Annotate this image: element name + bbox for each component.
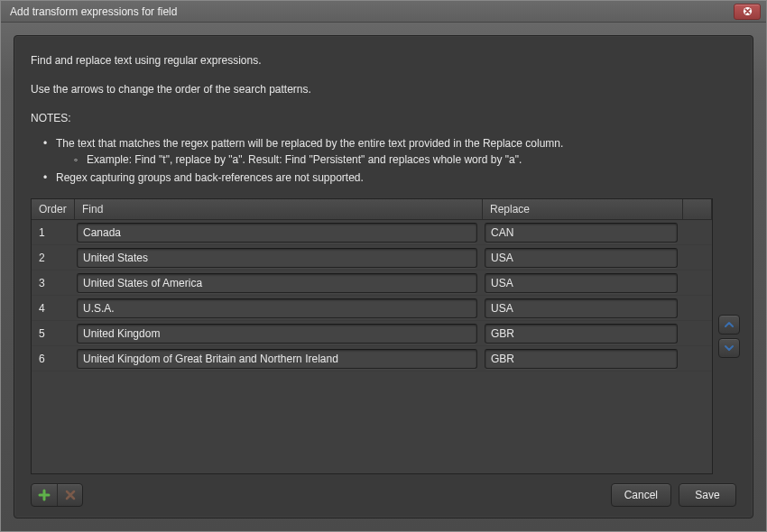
move-down-button[interactable] <box>718 338 740 358</box>
find-input[interactable] <box>77 248 477 268</box>
cell-find <box>75 246 483 270</box>
cell-replace <box>483 297 683 320</box>
grid-body: 123456 <box>32 220 712 473</box>
chevron-up-icon <box>724 320 735 329</box>
dialog-buttons: Cancel Save <box>611 483 736 507</box>
cell-order: 6 <box>32 353 75 365</box>
delete-icon <box>65 490 76 500</box>
content-area: Find and replace text using regular expr… <box>1 23 766 531</box>
col-header-order[interactable]: Order <box>32 199 75 219</box>
cell-find <box>75 297 483 320</box>
table-row[interactable]: 4 <box>32 296 712 321</box>
replace-input[interactable] <box>485 298 678 318</box>
grid-header: Order Find Replace <box>32 199 712 220</box>
cell-replace <box>483 246 683 270</box>
note-2: Regex capturing groups and back-referenc… <box>47 170 736 186</box>
find-input[interactable] <box>77 273 477 293</box>
close-icon <box>743 6 753 16</box>
cell-find <box>75 347 483 371</box>
cell-replace <box>483 271 683 295</box>
find-input[interactable] <box>77 349 477 369</box>
cell-order: 5 <box>32 327 75 340</box>
chevron-down-icon <box>724 344 735 353</box>
desc-line-2: Use the arrows to change the order of th… <box>31 81 736 97</box>
cell-order: 4 <box>32 302 75 315</box>
reorder-controls <box>718 198 740 474</box>
note-1: The text that matches the regex pattern … <box>47 135 736 168</box>
cancel-button[interactable]: Cancel <box>611 483 671 507</box>
description-block: Find and replace text using regular expr… <box>31 52 736 198</box>
titlebar: Add transform expressions for field <box>1 1 766 23</box>
cell-replace <box>483 322 683 345</box>
expressions-grid: Order Find Replace 123456 <box>31 198 713 474</box>
table-row[interactable]: 6 <box>32 346 712 371</box>
cell-find <box>75 271 483 295</box>
table-row[interactable]: 2 <box>32 245 712 271</box>
col-header-replace[interactable]: Replace <box>483 199 683 219</box>
cell-find <box>75 221 483 244</box>
replace-input[interactable] <box>485 223 678 243</box>
desc-line-1: Find and replace text using regular expr… <box>31 52 736 69</box>
dialog-window: Add transform expressions for field Find… <box>0 0 767 532</box>
footer: Cancel Save <box>31 474 736 507</box>
note-1-example: Example: Find "t", replace by "a". Resul… <box>78 151 736 168</box>
cell-order: 2 <box>32 252 75 264</box>
col-header-spacer <box>683 199 712 219</box>
table-row[interactable]: 3 <box>32 271 712 296</box>
add-row-button[interactable] <box>32 484 57 506</box>
table-row[interactable]: 5 <box>32 321 712 346</box>
find-input[interactable] <box>77 223 477 243</box>
replace-input[interactable] <box>485 273 678 293</box>
grid-wrap: Order Find Replace 123456 <box>31 198 736 474</box>
note-1-text: The text that matches the regex pattern … <box>56 137 563 150</box>
move-up-button[interactable] <box>718 315 740 335</box>
cell-order: 3 <box>32 277 75 289</box>
cell-replace <box>483 221 683 244</box>
find-input[interactable] <box>77 324 477 344</box>
main-panel: Find and replace text using regular expr… <box>14 35 753 518</box>
plus-icon <box>38 489 51 501</box>
cell-replace <box>483 347 683 371</box>
cell-order: 1 <box>32 226 75 239</box>
notes-list: The text that matches the regex pattern … <box>31 135 736 186</box>
replace-input[interactable] <box>485 324 678 344</box>
cell-find <box>75 322 483 345</box>
close-button[interactable] <box>734 4 761 20</box>
replace-input[interactable] <box>485 248 678 268</box>
window-title: Add transform expressions for field <box>10 5 177 18</box>
col-header-find[interactable]: Find <box>75 199 483 219</box>
row-controls <box>31 483 83 507</box>
table-row[interactable]: 1 <box>32 220 712 245</box>
notes-label: NOTES: <box>31 110 736 126</box>
save-button[interactable]: Save <box>679 483 736 507</box>
find-input[interactable] <box>77 298 477 318</box>
delete-row-button[interactable] <box>57 484 82 506</box>
replace-input[interactable] <box>485 349 678 369</box>
